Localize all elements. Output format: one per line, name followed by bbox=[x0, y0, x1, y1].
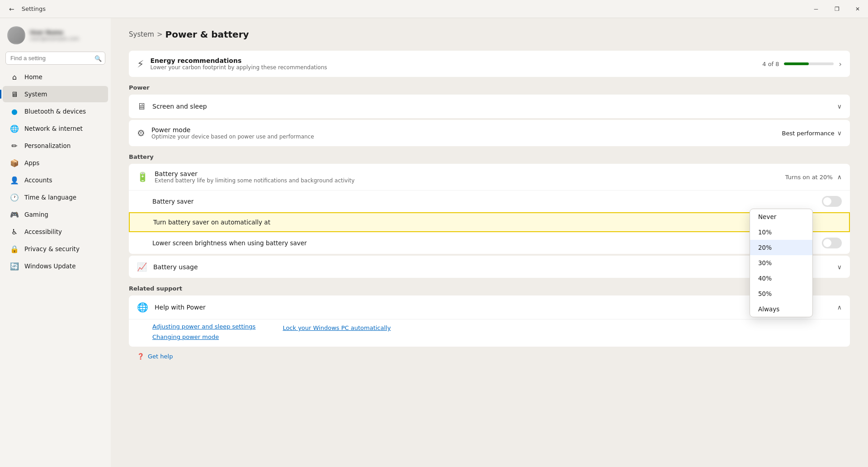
dropdown-item-40[interactable]: 40% bbox=[750, 271, 812, 286]
accessibility-icon: ♿ bbox=[10, 227, 19, 236]
battery-saver-toggle-row[interactable]: Battery saver bbox=[129, 191, 850, 212]
battery-auto-dropdown-menu[interactable]: Never 10% 20% 30% 40% 50% Always bbox=[750, 209, 813, 317]
sidebar-item-label: Accounts bbox=[24, 176, 52, 184]
energy-recommendations-card[interactable]: ⚡ Energy recommendations Lower your carb… bbox=[129, 51, 850, 77]
search-input[interactable] bbox=[5, 52, 105, 65]
sidebar-item-gaming[interactable]: 🎮 Gaming bbox=[3, 206, 108, 223]
sidebar-item-windows-update[interactable]: 🔄 Windows Update bbox=[3, 258, 108, 274]
power-mode-row[interactable]: ⚙ Power mode Optimize your device based … bbox=[129, 120, 850, 146]
sidebar-item-home[interactable]: ⌂ Home bbox=[3, 69, 108, 85]
avatar-image bbox=[7, 26, 25, 44]
help-link-3[interactable]: Changing power mode bbox=[152, 334, 255, 340]
sidebar-item-time[interactable]: 🕐 Time & language bbox=[3, 189, 108, 205]
sidebar-item-label: Accessibility bbox=[24, 228, 62, 235]
battery-saver-auto-label: Turn battery saver on automatically at bbox=[153, 219, 722, 226]
battery-saver-section: 🔋 Battery saver Extend battery life by l… bbox=[129, 164, 850, 254]
battery-saver-header[interactable]: 🔋 Battery saver Extend battery life by l… bbox=[129, 164, 850, 190]
main-content: System > Power & battery ⚡ Energy recomm… bbox=[111, 18, 868, 467]
sidebar: User Name user@example.com 🔍 ⌂ Home 🖥 Sy… bbox=[0, 18, 111, 467]
dropdown-item-never[interactable]: Never bbox=[750, 209, 812, 224]
screen-sleep-row[interactable]: 🖥 Screen and sleep ∨ bbox=[129, 95, 850, 118]
privacy-icon: 🔒 bbox=[10, 244, 19, 253]
toggle-knob bbox=[823, 197, 831, 205]
battery-saver-text: Battery saver Extend battery life by lim… bbox=[155, 170, 785, 184]
power-mode-chevron-icon: ∨ bbox=[837, 129, 842, 137]
power-mode-value[interactable]: Best performance ∨ bbox=[782, 129, 842, 137]
user-info: User Name user@example.com bbox=[30, 29, 79, 42]
get-help-label: Get help bbox=[148, 353, 173, 360]
dropdown-item-10[interactable]: 10% bbox=[750, 224, 812, 240]
battery-saver-toggle-label: Battery saver bbox=[152, 198, 822, 205]
restore-button[interactable]: ❐ bbox=[826, 0, 847, 18]
dropdown-item-always[interactable]: Always bbox=[750, 301, 812, 317]
help-header[interactable]: 🌐 Help with Power ∧ bbox=[129, 295, 850, 319]
help-link-1[interactable]: Adjusting power and sleep settings bbox=[152, 323, 255, 330]
accounts-icon: 👤 bbox=[10, 176, 19, 185]
battery-saver-status: Turns on at 20% bbox=[785, 174, 833, 181]
related-support-label: Related support bbox=[129, 285, 850, 292]
screen-sleep-chevron-icon: ∨ bbox=[837, 103, 842, 110]
sidebar-item-system[interactable]: 🖥 System bbox=[3, 86, 108, 102]
get-help-bar[interactable]: ❓ Get help bbox=[129, 348, 850, 364]
user-name: User Name bbox=[30, 29, 79, 36]
sidebar-item-label: System bbox=[24, 91, 47, 98]
lower-brightness-label: Lower screen brightness when using batte… bbox=[152, 239, 822, 247]
battery-saver-toggle[interactable] bbox=[822, 196, 842, 207]
screen-sleep-text: Screen and sleep bbox=[152, 103, 837, 110]
power-mode-icon: ⚙ bbox=[137, 128, 145, 138]
home-icon: ⌂ bbox=[10, 72, 19, 81]
sidebar-item-label: Apps bbox=[24, 159, 39, 167]
sidebar-user: User Name user@example.com bbox=[0, 22, 111, 52]
windows-update-icon: 🔄 bbox=[10, 262, 19, 271]
help-links: Adjusting power and sleep settings Chang… bbox=[129, 319, 850, 347]
dropdown-item-50[interactable]: 50% bbox=[750, 286, 812, 301]
sidebar-item-label: Personalization bbox=[24, 142, 71, 149]
battery-usage-title: Battery usage bbox=[153, 263, 837, 271]
energy-icon: ⚡ bbox=[137, 58, 144, 70]
battery-usage-row[interactable]: 📈 Battery usage ∨ bbox=[129, 256, 850, 278]
sidebar-item-privacy[interactable]: 🔒 Privacy & security bbox=[3, 241, 108, 257]
energy-progress: 4 of 8 bbox=[762, 61, 833, 67]
help-chevron-icon: ∧ bbox=[837, 304, 842, 311]
battery-usage-text: Battery usage bbox=[153, 263, 837, 271]
battery-saver-title: Battery saver bbox=[155, 170, 785, 177]
breadcrumb-system[interactable]: System bbox=[129, 30, 154, 38]
breadcrumb: System > Power & battery bbox=[129, 29, 850, 40]
dropdown-item-20[interactable]: 20% bbox=[750, 240, 812, 255]
battery-saver-auto-row[interactable]: Turn battery saver on automatically at N… bbox=[129, 212, 850, 232]
sidebar-item-label: Gaming bbox=[24, 211, 48, 218]
minimize-button[interactable]: ─ bbox=[806, 0, 826, 18]
titlebar: ← Settings ─ ❐ ✕ bbox=[0, 0, 868, 18]
battery-saver-chevron-icon: ∧ bbox=[837, 173, 842, 181]
sidebar-item-accessibility[interactable]: ♿ Accessibility bbox=[3, 224, 108, 240]
help-title: Help with Power bbox=[155, 304, 837, 311]
close-button[interactable]: ✕ bbox=[847, 0, 868, 18]
help-link-2[interactable]: Lock your Windows PC automatically bbox=[283, 324, 391, 331]
system-icon: 🖥 bbox=[10, 90, 19, 99]
energy-desc: Lower your carbon footprint by applying … bbox=[150, 64, 762, 71]
breadcrumb-separator: > bbox=[157, 30, 163, 38]
back-button[interactable]: ← bbox=[5, 4, 18, 14]
personalization-icon: ✏️ bbox=[10, 141, 19, 150]
sidebar-item-apps[interactable]: 📦 Apps bbox=[3, 155, 108, 171]
chevron-right-icon: › bbox=[839, 60, 842, 68]
lower-brightness-row[interactable]: Lower screen brightness when using batte… bbox=[129, 232, 850, 254]
sidebar-item-personalization[interactable]: ✏️ Personalization bbox=[3, 138, 108, 154]
bluetooth-icon: ● bbox=[10, 107, 19, 116]
titlebar-controls: ─ ❐ ✕ bbox=[806, 0, 868, 18]
battery-sub-rows: Battery saver Turn battery saver on auto… bbox=[129, 190, 850, 254]
apps-icon: 📦 bbox=[10, 158, 19, 167]
lower-brightness-toggle[interactable] bbox=[822, 238, 842, 248]
sidebar-item-network[interactable]: 🌐 Network & internet bbox=[3, 120, 108, 137]
dropdown-item-30[interactable]: 30% bbox=[750, 255, 812, 271]
screen-sleep-icon: 🖥 bbox=[137, 101, 146, 112]
help-section: 🌐 Help with Power ∧ Adjusting power and … bbox=[129, 295, 850, 347]
toggle-knob-2 bbox=[823, 239, 831, 247]
energy-count: 4 of 8 bbox=[762, 61, 779, 67]
avatar bbox=[7, 26, 25, 44]
help-icon: 🌐 bbox=[137, 302, 148, 313]
sidebar-item-accounts[interactable]: 👤 Accounts bbox=[3, 172, 108, 188]
screen-sleep-title: Screen and sleep bbox=[152, 103, 837, 110]
titlebar-left: ← Settings bbox=[5, 4, 46, 14]
sidebar-item-bluetooth[interactable]: ● Bluetooth & devices bbox=[3, 103, 108, 119]
